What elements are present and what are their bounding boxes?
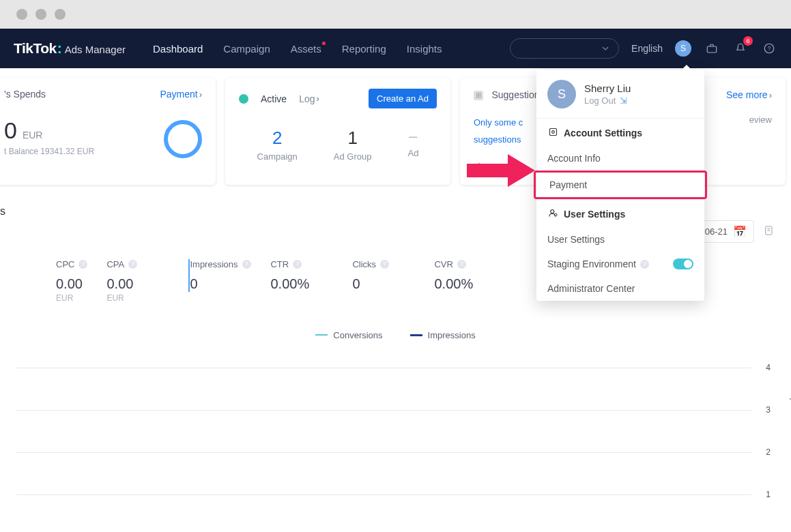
logout-link[interactable]: Log Out ⇲ xyxy=(584,95,631,106)
account-selector[interactable] xyxy=(510,38,619,59)
menu-account-info[interactable]: Account Info xyxy=(536,146,704,171)
metric-cpa-label: CPA xyxy=(106,259,124,269)
stat-campaign-label: Campaign xyxy=(257,151,298,162)
menu-payment[interactable]: Payment xyxy=(534,171,707,199)
chevron-right-icon: › xyxy=(199,89,202,100)
metric-cpc-label: CPC xyxy=(56,259,74,269)
nav-links: Dashboard Campaign Assets Reporting Insi… xyxy=(153,43,510,55)
logo-colon-icon: : xyxy=(57,40,62,57)
traffic-light-minimize xyxy=(35,9,46,20)
gridline xyxy=(16,410,751,411)
suggestions-review: eview xyxy=(749,115,772,125)
suggestions-title-wrap: ⊞ Suggestions xyxy=(474,89,545,101)
stat-adgroup[interactable]: 1 Ad Group xyxy=(334,128,372,162)
nav-insights[interactable]: Insights xyxy=(407,43,442,55)
trend-chart: Impressions 4 3 2 1 0 xyxy=(16,361,784,532)
annotation-arrow-icon xyxy=(467,151,535,190)
menu-user-settings-label: User Settings xyxy=(547,234,605,245)
legend-conversions[interactable]: Conversions xyxy=(315,330,382,340)
menu-admin-label: Administrator Center xyxy=(547,283,635,294)
nav-campaign[interactable]: Campaign xyxy=(223,43,270,55)
spend-card: 's Spends Payment › 0 EUR t Balance 1934… xyxy=(0,78,216,185)
chart-legend: Conversions Impressions xyxy=(0,330,791,340)
stat-campaign-value: 2 xyxy=(257,128,298,149)
metric-cpc[interactable]: CPC? 0.00 EUR xyxy=(0,259,106,303)
metric-clicks[interactable]: Clicks? 0 xyxy=(352,259,434,292)
legend-impressions-swatch-icon xyxy=(410,334,422,336)
help-button[interactable]: ? xyxy=(761,40,777,57)
user-avatar-large: S xyxy=(547,80,576,108)
nav-reporting[interactable]: Reporting xyxy=(342,43,386,55)
logo: TikTok: Ads Manager xyxy=(14,40,126,57)
menu-staging-environment[interactable]: Staging Environment ? xyxy=(536,252,704,276)
stat-campaign[interactable]: 2 Campaign xyxy=(257,128,298,162)
stat-ad-label: Ad xyxy=(408,148,419,158)
metric-ctr-label: CTR xyxy=(270,259,289,269)
chevron-right-icon: › xyxy=(769,90,772,100)
menu-staging-label: Staging Environment xyxy=(547,258,636,269)
date-end-label: 06-21 xyxy=(705,226,728,237)
legend-conversions-label: Conversions xyxy=(333,330,382,340)
legend-conversions-swatch-icon xyxy=(315,334,328,336)
gridline xyxy=(16,494,751,495)
create-ad-button[interactable]: Create an Ad xyxy=(369,89,437,108)
metric-clicks-label: Clicks xyxy=(352,259,376,269)
export-icon xyxy=(764,225,775,236)
nav-assets-label: Assets xyxy=(291,43,321,55)
campaign-card: Active Log › Create an Ad 2 Campaign 1 A… xyxy=(225,78,450,185)
menu-user-settings[interactable]: User Settings xyxy=(536,227,704,252)
logo-text: TikTok xyxy=(14,40,57,57)
language-label[interactable]: English xyxy=(631,43,663,54)
nav-right: English S 6 ? xyxy=(510,38,777,59)
log-label: Log xyxy=(299,93,315,104)
user-settings-header-label: User Settings xyxy=(564,209,625,220)
menu-administrator-center[interactable]: Administrator Center xyxy=(536,276,704,301)
log-link[interactable]: Log › xyxy=(299,93,319,104)
metric-ctr[interactable]: CTR? 0.00% xyxy=(270,259,352,292)
nav-assets[interactable]: Assets xyxy=(291,43,321,55)
metric-clicks-value: 0 xyxy=(352,276,415,292)
chevron-right-icon: › xyxy=(316,93,319,104)
stat-ad[interactable]: – Ad xyxy=(408,128,419,162)
menu-payment-label: Payment xyxy=(549,179,587,190)
y-tick: 4 xyxy=(766,363,771,372)
svg-rect-0 xyxy=(707,46,717,53)
metric-impressions-value: 0 xyxy=(190,276,251,292)
help-icon: ? xyxy=(457,260,466,269)
status-active-dot-icon xyxy=(239,94,248,104)
spend-balance: t Balance 19341.32 EUR xyxy=(4,147,94,156)
spend-ring-icon xyxy=(164,120,202,158)
chevron-down-icon xyxy=(602,45,609,52)
legend-impressions[interactable]: Impressions xyxy=(410,330,476,340)
payment-link[interactable]: Payment › xyxy=(160,89,202,100)
staging-toggle[interactable] xyxy=(673,258,693,269)
export-button[interactable] xyxy=(764,225,775,238)
metric-cvr[interactable]: CVR? 0.00% xyxy=(434,259,516,292)
see-more-label: See more xyxy=(726,89,768,100)
svg-rect-4 xyxy=(549,129,556,136)
see-more-link[interactable]: See more › xyxy=(726,89,772,100)
metric-ctr-value: 0.00% xyxy=(270,276,333,292)
nav-dashboard[interactable]: Dashboard xyxy=(153,43,203,55)
calendar-icon: 📅 xyxy=(733,225,747,238)
stat-adgroup-value: 1 xyxy=(334,128,372,149)
spend-value-block: 0 EUR t Balance 19341.32 EUR xyxy=(4,117,94,156)
metric-impressions[interactable]: Impressions? 0 xyxy=(188,259,270,292)
user-menu-dropdown: S Sherry Liu Log Out ⇲ Account Settings … xyxy=(536,70,704,301)
logo-subtitle: Ads Manager xyxy=(65,44,126,55)
help-icon: ? xyxy=(640,260,649,269)
date-range-picker[interactable]: 06-21 📅 xyxy=(697,220,754,243)
user-settings-header: User Settings xyxy=(536,199,704,227)
metric-cpc-value: 0.00 xyxy=(56,276,87,292)
traffic-light-zoom xyxy=(55,9,66,20)
logout-icon: ⇲ xyxy=(620,95,627,106)
business-center-button[interactable] xyxy=(704,40,720,57)
stat-ad-value: – xyxy=(408,128,419,145)
notifications-button[interactable]: 6 xyxy=(732,40,749,57)
user-avatar[interactable]: S xyxy=(675,40,691,57)
metric-cpa[interactable]: CPA? 0.00 EUR xyxy=(106,259,188,303)
browser-chrome xyxy=(0,0,791,29)
account-settings-icon xyxy=(547,127,558,139)
traffic-light-close xyxy=(16,9,27,20)
logout-label: Log Out xyxy=(584,95,616,106)
